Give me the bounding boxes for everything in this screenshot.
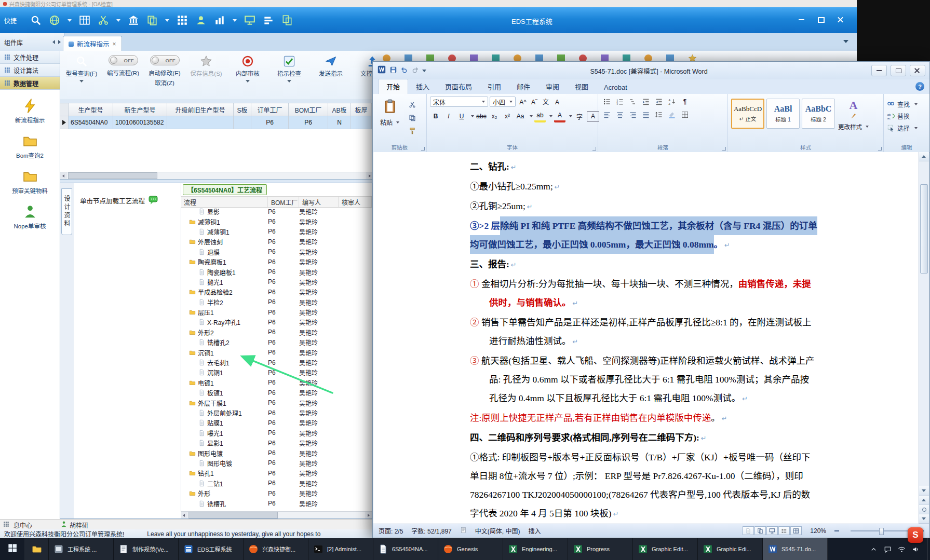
taskbar-item[interactable]: 6S54504NA... <box>373 538 438 560</box>
shade-button[interactable] <box>666 110 678 119</box>
insert-mode[interactable]: 插入 <box>528 526 541 535</box>
grid-cell[interactable]: P6 <box>251 116 289 129</box>
taskbar-item[interactable]: 工程系统 ... <box>49 538 114 560</box>
font-format-button[interactable]: I <box>443 112 454 121</box>
view-mode-button[interactable] <box>766 526 778 535</box>
dropdown-icon[interactable] <box>530 115 533 117</box>
chevron-down-icon[interactable] <box>843 40 848 43</box>
taskbar-item[interactable]: [2] Administ... <box>308 538 373 560</box>
grid-horizontal-scrollbar[interactable] <box>60 172 373 179</box>
process-row[interactable]: 铣槽孔2P6吴艳玲 <box>181 337 372 347</box>
save-button[interactable] <box>389 66 397 76</box>
dropdown-caret[interactable] <box>287 80 291 83</box>
taskbar-item[interactable]: EDS工程系统 <box>179 538 244 560</box>
process-row[interactable]: 电镀1P6吴艳玲 <box>181 378 372 388</box>
close-button[interactable] <box>910 65 925 76</box>
toolbar-action[interactable]: OFF编写流程(R) <box>104 53 142 87</box>
sidebar-item[interactable]: 预审关键物料 <box>0 169 60 195</box>
show-desktop-button[interactable] <box>927 538 930 560</box>
grid-cell[interactable]: 6S54504NA0 <box>69 116 113 129</box>
dropdown-caret[interactable] <box>68 19 72 22</box>
tree-column-header[interactable]: BOM工厂 <box>268 197 299 207</box>
dropdown-icon[interactable] <box>569 115 572 117</box>
taskbar-item[interactable]: Engineering... <box>503 538 568 560</box>
process-row[interactable]: 沉铜1P6吴艳玲 <box>181 367 372 377</box>
format-painter-button[interactable] <box>407 126 418 135</box>
process-row[interactable]: 外层蚀刻P6吴艳玲 <box>181 237 372 247</box>
zoom-level[interactable]: 120% <box>810 527 826 535</box>
process-row[interactable]: 显影P6吴艳玲 <box>181 207 372 216</box>
process-row[interactable]: 去毛刺1P6吴艳玲 <box>181 358 372 367</box>
minimize-button[interactable] <box>794 15 808 24</box>
ribbon-tab[interactable]: 审阅 <box>538 79 567 94</box>
grid-cell[interactable]: N <box>328 116 351 129</box>
grid-cell[interactable] <box>234 116 251 129</box>
start-button[interactable] <box>0 538 25 560</box>
process-row[interactable]: 外形P6吴艳玲 <box>181 488 372 498</box>
word-count[interactable]: 字数: 52/1,897 <box>411 526 451 535</box>
sidebar-item[interactable]: Nope单审核 <box>0 204 60 230</box>
edit-action-selectcur[interactable]: 选择 <box>887 124 926 132</box>
font-format-button[interactable]: x² <box>502 112 513 121</box>
process-row[interactable]: 层压1P6吴艳玲 <box>181 307 372 317</box>
document-area[interactable]: 二、钻孔:↵①最小钻孔≥0.25mm;↵②孔铜≥25um;↵③>2 层除纯 PI… <box>373 152 919 524</box>
dialog-launcher-icon[interactable] <box>878 147 882 151</box>
grid-cell[interactable] <box>351 116 372 129</box>
sidebar-item[interactable]: Bom查询2 <box>0 133 60 159</box>
sidebar-group[interactable]: 数据管理 <box>0 77 60 90</box>
taskbar-item[interactable] <box>25 538 49 560</box>
scroll-right-icon[interactable] <box>365 512 372 518</box>
tab-new-process-indication[interactable]: 新流程指示 × <box>63 36 122 51</box>
mlist-button[interactable] <box>627 97 639 106</box>
select-browse-object-icon[interactable] <box>919 505 929 514</box>
process-row[interactable]: 外形2P6吴艳玲 <box>181 327 372 337</box>
view-mode-button[interactable] <box>743 526 754 535</box>
toolbar-action[interactable]: 指示检查 <box>271 53 308 87</box>
font-size-tool[interactable]: Aˇ <box>529 98 540 107</box>
library-nav-arrows[interactable] <box>52 40 64 44</box>
font-format-button[interactable]: x₂ <box>489 112 500 121</box>
process-row[interactable]: 半成品检验2P6吴艳玲 <box>181 287 372 297</box>
view-mode-button[interactable] <box>754 526 766 535</box>
toolbar-action[interactable]: OFF启动修改(E)取消(Z) <box>146 53 183 87</box>
view-mode-button[interactable] <box>778 526 790 535</box>
process-row[interactable]: 铣槽孔P6吴艳玲 <box>181 498 372 508</box>
character-border-button[interactable]: A <box>587 111 599 122</box>
pilcrow-button[interactable]: ¶ <box>679 97 691 106</box>
highlight-button[interactable]: ab <box>534 111 546 122</box>
grid-cell[interactable]: P6 <box>289 116 328 129</box>
toolbar-action[interactable]: 保存信息(S) <box>187 53 225 87</box>
maximize-button[interactable] <box>891 65 906 76</box>
view-mode-button[interactable] <box>790 526 802 535</box>
process-row[interactable]: 钻孔1P6吴艳玲 <box>181 468 372 478</box>
tree-column-header[interactable]: 流程 <box>181 197 268 207</box>
process-row[interactable]: 减薄铜1P6吴艳玲 <box>181 227 372 237</box>
process-row[interactable]: 陶瓷磨板1P6吴艳玲 <box>181 267 372 277</box>
scroll-left-icon[interactable] <box>60 172 67 179</box>
indentL-button[interactable] <box>640 97 652 106</box>
taskbar-item[interactable]: 制作规范(Ve... <box>114 538 179 560</box>
linesp-button[interactable] <box>653 110 665 119</box>
style-card[interactable]: AaBbC标题 2 <box>802 99 835 129</box>
ulist-button[interactable] <box>601 97 613 106</box>
grid-column-header[interactable]: 板厚 <box>351 103 372 116</box>
ribbon-tab[interactable]: 邮件 <box>509 79 538 94</box>
font-format-button[interactable]: B <box>430 112 441 121</box>
redo-button[interactable] <box>411 66 419 76</box>
indentR-button[interactable] <box>653 97 665 106</box>
taskbar-item[interactable]: S545-71.do... <box>763 538 828 560</box>
tree-horizontal-scrollbar[interactable] <box>181 511 372 518</box>
page-indicator[interactable]: 页面: 2/5 <box>379 526 403 535</box>
ribbon-tab[interactable]: Acrobat <box>596 81 635 94</box>
zoom-out-icon[interactable] <box>834 530 839 531</box>
tab-close-icon[interactable]: × <box>113 40 116 48</box>
dropdown-caret[interactable] <box>116 19 120 22</box>
grid-column-header[interactable]: 新生产型号 <box>113 103 167 116</box>
paste-button[interactable]: 粘贴 <box>376 97 403 144</box>
dialog-launcher-icon[interactable] <box>421 147 425 151</box>
font-name-select[interactable]: 宋体 <box>430 97 488 107</box>
zoom-slider[interactable] <box>851 530 908 531</box>
process-row[interactable]: 曝光1P6吴艳玲 <box>181 428 372 438</box>
alignJ-button[interactable] <box>640 110 652 119</box>
grid-column-header[interactable]: BOM工厂 <box>289 103 328 116</box>
